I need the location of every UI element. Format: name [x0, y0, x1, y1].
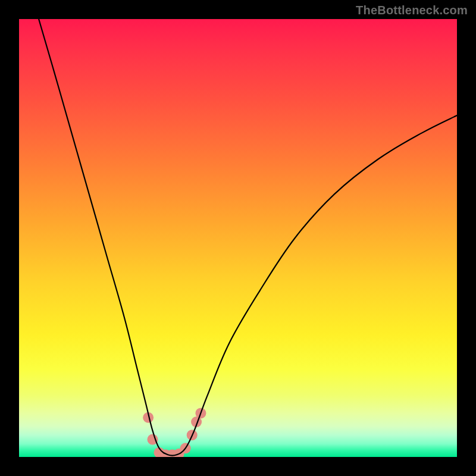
plot-area	[19, 19, 457, 457]
chart-frame: TheBottleneck.com	[0, 0, 476, 476]
watermark-text: TheBottleneck.com	[356, 4, 468, 17]
curve-layer	[19, 19, 457, 457]
bottleneck-curve	[39, 19, 457, 456]
marker-dots	[143, 408, 206, 457]
